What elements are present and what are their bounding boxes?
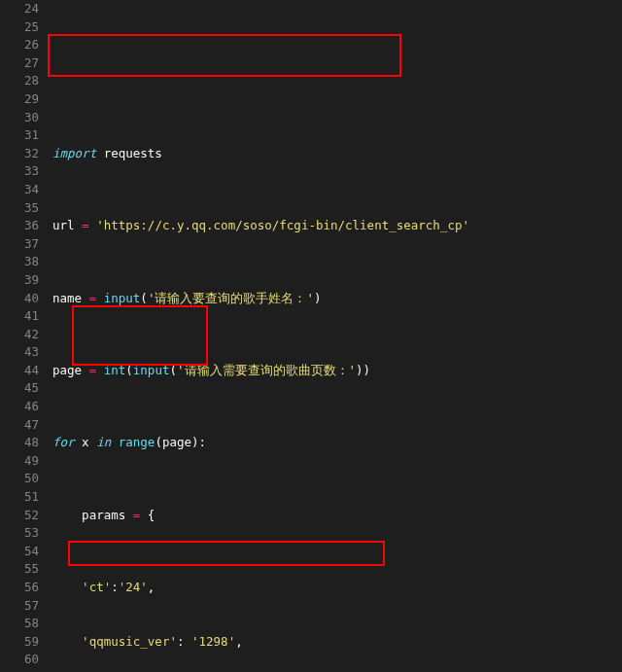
line-number: 28 [0,72,39,90]
line-number: 25 [0,18,39,37]
line-number: 30 [0,109,39,127]
line-30[interactable]: 'ct':'24', [52,579,622,597]
line-number: 58 [0,615,39,633]
line-number: 59 [0,633,39,652]
line-number: 55 [0,560,39,579]
line-number: 33 [0,162,39,181]
line-29[interactable]: params = { [52,507,622,525]
line-number: 44 [0,362,39,380]
line-number: 40 [0,290,39,308]
line-25[interactable]: url = 'https://c.y.qq.com/soso/fcgi-bin/… [52,217,622,235]
line-number: 49 [0,452,39,471]
code-area[interactable]: import requests url = 'https://c.y.qq.co… [51,0,622,672]
highlight-box-3 [68,541,385,566]
highlight-box-1 [48,34,401,77]
line-28[interactable]: for x in range(page): [52,434,622,452]
line-number: 46 [0,398,39,416]
line-number: 47 [0,416,39,435]
line-number: 43 [0,343,39,362]
line-number-gutter: 2425262728293031323334353637383940414243… [0,0,51,672]
line-number: 50 [0,470,39,488]
line-number: 54 [0,543,39,561]
line-number: 51 [0,488,39,507]
line-number: 56 [0,579,39,597]
line-number: 41 [0,307,39,326]
line-number: 35 [0,199,39,218]
line-number: 36 [0,217,39,235]
line-number: 53 [0,524,39,543]
line-number: 60 [0,651,39,669]
line-number: 34 [0,181,39,199]
line-number: 38 [0,253,39,271]
line-number: 48 [0,434,39,452]
line-number: 27 [0,54,39,73]
line-27[interactable]: page = int(input('请输入需要查询的歌曲页数：')) [52,362,622,380]
line-number: 52 [0,507,39,525]
line-number: 29 [0,90,39,109]
line-number: 37 [0,235,39,254]
line-number: 24 [0,0,39,18]
highlight-box-2 [72,305,208,366]
line-number: 26 [0,36,39,54]
code-editor[interactable]: 2425262728293031323334353637383940414243… [0,0,622,672]
line-number: 57 [0,597,39,616]
line-number: 32 [0,145,39,163]
line-31[interactable]: 'qqmusic_ver': '1298', [52,633,622,652]
line-24[interactable]: import requests [52,145,622,163]
line-number: 45 [0,379,39,398]
line-number: 42 [0,326,39,344]
line-26[interactable]: name = input('请输入要查询的歌手姓名：') [52,290,622,308]
line-number: 31 [0,126,39,145]
line-number: 39 [0,271,39,290]
